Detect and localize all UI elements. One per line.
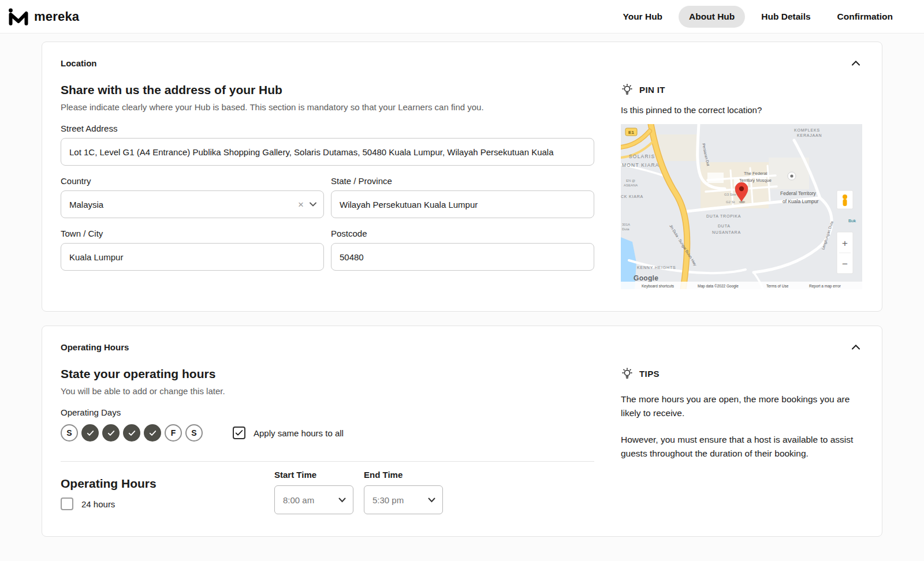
check-icon — [148, 429, 157, 437]
day-toggle-s[interactable]: S — [185, 424, 203, 442]
report-map-error-link[interactable]: Report a map error — [809, 284, 841, 289]
location-collapse-button[interactable] — [848, 57, 863, 69]
zoom-in-button[interactable]: + — [842, 238, 848, 249]
operating-days: SFS — [61, 424, 203, 442]
day-toggle-m[interactable] — [81, 424, 99, 442]
svg-text:NUSANTARA: NUSANTARA — [712, 230, 741, 234]
mereka-logo-icon — [8, 8, 29, 26]
operating-collapse-button[interactable] — [848, 341, 863, 353]
operating-section-title: Operating Hours — [61, 342, 129, 352]
apply-same-hours-label: Apply same hours to all — [254, 428, 344, 438]
location-section-title: Location — [61, 58, 97, 68]
tips-paragraph-1: The more hours you are open, the more bo… — [621, 392, 863, 420]
svg-text:KERAJAAN: KERAJAAN — [797, 133, 822, 137]
state-label: State / Province — [331, 176, 594, 186]
postcode-label: Postcode — [331, 229, 594, 238]
operating-days-label: Operating Days — [61, 407, 594, 417]
pin-question: Is this pinned to the correct location? — [621, 105, 863, 115]
hours-form: State your operating hours You will be a… — [61, 367, 594, 514]
keyboard-shortcuts-link[interactable]: Keyboard shortcuts — [642, 284, 675, 289]
location-card: Location Share with us the address of yo… — [42, 42, 882, 312]
svg-text:MONT KIARA: MONT KIARA — [622, 162, 660, 168]
pin-it-panel: PIN IT Is this pinned to the correct loc… — [621, 83, 863, 289]
pegman-control[interactable] — [837, 190, 853, 209]
svg-text:of Kuala Lumpur: of Kuala Lumpur — [783, 199, 819, 204]
24-hours-checkbox[interactable] — [61, 498, 73, 510]
start-time-value: 8:00 am — [283, 495, 314, 505]
tips-paragraph-2: However, you must ensure that a host is … — [621, 433, 863, 461]
day-toggle-w[interactable] — [123, 424, 140, 442]
lightbulb-icon — [621, 367, 634, 380]
svg-text:DUTA: DUTA — [718, 224, 731, 228]
svg-text:EN @: EN @ — [626, 179, 635, 182]
operating-hours-card: Operating Hours State your operating hou… — [42, 326, 882, 537]
country-value: Malaysia — [69, 200, 103, 210]
svg-text:ASEANA: ASEANA — [624, 184, 638, 187]
day-toggle-f[interactable]: F — [165, 424, 182, 442]
operating-hours-heading: Operating Hours — [61, 477, 274, 491]
country-select[interactable]: Malaysia × — [61, 190, 324, 218]
top-nav-bar: mereka Your Hub About Hub Hub Details Co… — [0, 0, 924, 33]
day-toggle-t[interactable] — [144, 424, 161, 442]
mosque-poi-icon[interactable] — [788, 172, 796, 180]
tips-panel: TIPS The more hours you are open, the mo… — [621, 367, 863, 461]
pin-it-title: PIN IT — [639, 85, 665, 95]
svg-text:Duta: Duta — [622, 227, 629, 231]
svg-text:301A: 301A — [622, 223, 630, 226]
clear-icon[interactable]: × — [298, 200, 304, 210]
tips-title: TIPS — [639, 369, 660, 379]
country-label: Country — [61, 176, 324, 186]
svg-text:KOMPLEKS: KOMPLEKS — [794, 128, 820, 132]
hours-subheading: You will be able to add or change this l… — [61, 386, 594, 396]
check-icon — [107, 429, 116, 437]
address-form: Share with us the address of your Hub Pl… — [61, 83, 594, 271]
google-map[interactable]: E1 KOMPLEKS KERAJAAN Persiaran Dut SOLAR… — [621, 124, 862, 289]
svg-text:Buk: Buk — [848, 218, 856, 223]
nav-your-hub[interactable]: Your Hub — [613, 6, 673, 28]
day-toggle-s[interactable]: S — [61, 424, 78, 442]
apply-same-hours-checkbox[interactable] — [233, 427, 245, 439]
svg-text:Territory Mosque: Territory Mosque — [739, 178, 772, 183]
day-toggle-t[interactable] — [102, 424, 120, 442]
svg-text:Federal Territory: Federal Territory — [780, 190, 816, 196]
route-shield: E1 — [625, 128, 637, 136]
end-time-select[interactable]: 5:30 pm — [364, 485, 443, 514]
end-time-label: End Time — [364, 470, 443, 480]
state-input[interactable] — [331, 190, 594, 218]
brand-name: mereka — [34, 9, 79, 24]
chevron-down-icon — [338, 498, 346, 503]
google-logo: Google — [634, 274, 658, 282]
svg-text:SOLARIS: SOLARIS — [629, 154, 655, 159]
nav-hub-details[interactable]: Hub Details — [751, 6, 821, 28]
nav-about-hub[interactable]: About Hub — [679, 6, 745, 28]
svg-text:E1: E1 — [628, 130, 634, 135]
chevron-up-icon — [852, 343, 860, 351]
svg-text:The Federal: The Federal — [744, 171, 767, 176]
street-address-label: Street Address — [61, 124, 594, 133]
zoom-out-button[interactable]: − — [842, 259, 848, 270]
terms-of-use-link[interactable]: Terms of Use — [766, 284, 789, 288]
divider — [61, 461, 594, 462]
street-address-input[interactable] — [61, 138, 594, 166]
map-data-attribution: Map data ©2022 Google — [698, 284, 739, 289]
address-subheading: Please indicate clearly where your Hub i… — [61, 102, 594, 112]
nav-confirmation[interactable]: Confirmation — [827, 6, 903, 28]
lightbulb-icon — [621, 83, 634, 96]
svg-text:G2 St: G2 St — [726, 200, 735, 204]
check-icon — [234, 428, 244, 437]
chevron-down-icon[interactable] — [310, 202, 316, 207]
chevron-down-icon — [428, 498, 435, 503]
town-input[interactable] — [61, 243, 324, 271]
svg-text:CK KIARA: CK KIARA — [621, 195, 643, 199]
svg-text:DUTA TROPIKA: DUTA TROPIKA — [706, 214, 741, 218]
brand[interactable]: mereka — [8, 8, 79, 26]
page-content: Location Share with us the address of yo… — [0, 33, 924, 553]
step-nav: Your Hub About Hub Hub Details Confirmat… — [613, 6, 904, 28]
end-time-value: 5:30 pm — [372, 495, 404, 505]
zoom-control: + − — [837, 232, 853, 274]
start-time-select[interactable]: 8:00 am — [274, 485, 353, 514]
town-label: Town / City — [61, 229, 324, 238]
check-icon — [128, 429, 136, 437]
postcode-input[interactable] — [331, 243, 594, 271]
start-time-label: Start Time — [274, 470, 353, 480]
